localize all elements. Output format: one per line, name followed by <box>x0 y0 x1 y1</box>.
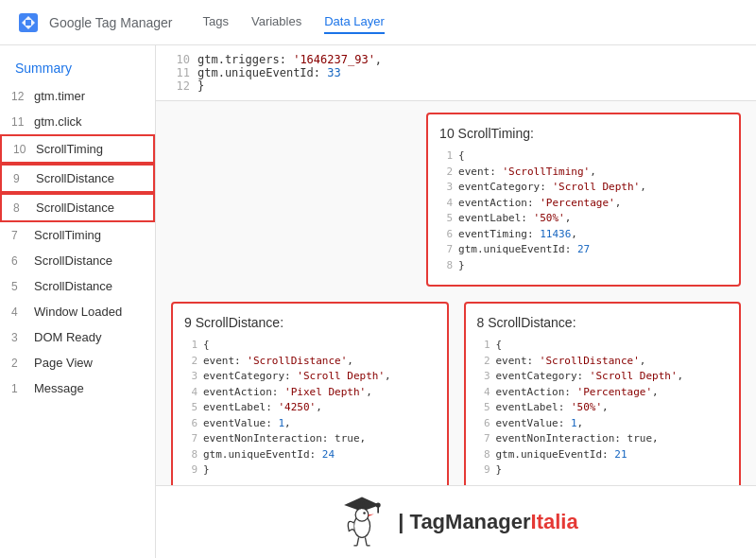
sidebar-item-label: ScrollTiming <box>36 142 103 156</box>
sidebar-item-label: Window Loaded <box>34 305 122 319</box>
sidebar-item-scroll-timing-7[interactable]: 7 ScrollTiming <box>0 222 155 248</box>
code-block-9: 1{ 2event: 'ScrollDistance', 3eventCateg… <box>184 338 436 479</box>
main-layout: Summary 12 gtm.timer 11 gtm.click 10 Scr… <box>0 45 756 558</box>
watermark-text: | TagManagerItalia <box>398 510 577 534</box>
sidebar-item-num: 9 <box>13 172 32 185</box>
sidebar-item-page-view[interactable]: 2 Page View <box>0 350 155 375</box>
watermark: | TagManagerItalia <box>156 485 756 558</box>
sidebar-item-num: 7 <box>11 229 30 242</box>
tab-data-layer[interactable]: Data Layer <box>324 10 385 34</box>
sidebar-item-label: gtm.timer <box>34 89 85 103</box>
svg-line-11 <box>357 537 359 546</box>
sidebar-item-num: 12 <box>11 90 30 103</box>
sidebar-item-scroll-distance-8[interactable]: 8 ScrollDistance <box>0 193 155 222</box>
svg-point-8 <box>355 508 369 521</box>
logo: Google Tag Manager <box>15 9 173 36</box>
sidebar-item-label: ScrollDistance <box>36 171 114 185</box>
svg-rect-2 <box>26 20 31 26</box>
watermark-colored-text: Italia <box>531 510 578 533</box>
sidebar-item-label: Page View <box>34 356 93 370</box>
sidebar-item-label: ScrollTiming <box>34 228 101 242</box>
code-line-11: 11 gtm.uniqueEventId: 33 <box>171 66 741 79</box>
sidebar-item-label: ScrollDistance <box>34 253 112 268</box>
sidebar-item-label: DOM Ready <box>34 330 102 344</box>
sidebar-item-gtm-click[interactable]: 11 gtm.click <box>0 109 155 134</box>
card-title-9: 9 ScrollDistance: <box>184 315 436 330</box>
logo-text: Google Tag Manager <box>49 15 173 30</box>
top-navigation: Google Tag Manager Tags Variables Data L… <box>0 0 756 45</box>
top-code-block: 10 gtm.triggers: '1646237_93', 11 gtm.un… <box>156 45 756 101</box>
code-line-12: 12 } <box>171 79 741 93</box>
sidebar-item-message[interactable]: 1 Message <box>0 375 155 401</box>
sidebar-item-num: 1 <box>11 382 30 395</box>
code-block-10: 1{ 2event: 'ScrollTiming', 3eventCategor… <box>439 148 728 273</box>
sidebar-item-window-loaded[interactable]: 4 Window Loaded <box>0 299 155 324</box>
sidebar: Summary 12 gtm.timer 11 gtm.click 10 Scr… <box>0 45 156 558</box>
tab-variables[interactable]: Variables <box>251 10 301 34</box>
code-block-8: 1{ 2event: 'ScrollDistance', 3eventCateg… <box>477 338 729 479</box>
sidebar-item-num: 8 <box>13 201 32 215</box>
sidebar-item-dom-ready[interactable]: 3 DOM Ready <box>0 324 155 350</box>
sidebar-item-gtm-timer[interactable]: 12 gtm.timer <box>0 83 155 109</box>
sidebar-item-scroll-distance-5[interactable]: 5 ScrollDistance <box>0 273 155 299</box>
card-scroll-timing-10: 10 ScrollTiming: 1{ 2event: 'ScrollTimin… <box>426 113 741 287</box>
sidebar-item-num: 11 <box>11 115 30 129</box>
sidebar-item-scroll-timing-10[interactable]: 10 ScrollTiming <box>0 134 155 164</box>
svg-line-12 <box>366 537 368 546</box>
sidebar-item-label: ScrollDistance <box>36 201 114 215</box>
sidebar-item-num: 3 <box>11 331 30 344</box>
sidebar-item-label: ScrollDistance <box>34 279 112 293</box>
tab-tags[interactable]: Tags <box>203 10 229 34</box>
card-scroll-distance-8: 8 ScrollDistance: 1{ 2event: 'ScrollDist… <box>464 302 742 485</box>
sidebar-item-num: 5 <box>11 280 30 293</box>
sidebar-item-num: 2 <box>11 357 30 370</box>
nav-tabs: Tags Variables Data Layer <box>203 10 385 34</box>
code-line-10: 10 gtm.triggers: '1646237_93', <box>171 53 741 66</box>
card-title-10: 10 ScrollTiming: <box>439 126 728 141</box>
cards-area: 10 ScrollTiming: 1{ 2event: 'ScrollTimin… <box>156 101 756 485</box>
sidebar-item-num: 10 <box>13 143 32 156</box>
cards-row-2: 9 ScrollDistance: 1{ 2event: 'ScrollDist… <box>171 302 741 485</box>
sidebar-summary[interactable]: Summary <box>0 53 155 83</box>
svg-marker-10 <box>369 514 374 516</box>
sidebar-item-label: Message <box>34 381 84 395</box>
sidebar-item-num: 6 <box>11 254 30 268</box>
gtm-logo-icon <box>15 9 42 36</box>
svg-point-9 <box>364 512 367 514</box>
bird-icon <box>334 494 390 550</box>
sidebar-item-scroll-distance-6[interactable]: 6 ScrollDistance <box>0 248 155 273</box>
card-title-8: 8 ScrollDistance: <box>477 315 729 330</box>
content-area: 10 gtm.triggers: '1646237_93', 11 gtm.un… <box>156 45 756 558</box>
sidebar-item-num: 4 <box>11 305 30 319</box>
card-scroll-distance-9: 9 ScrollDistance: 1{ 2event: 'ScrollDist… <box>171 302 449 485</box>
cards-row-1: 10 ScrollTiming: 1{ 2event: 'ScrollTimin… <box>171 113 741 287</box>
sidebar-item-label: gtm.click <box>34 114 82 129</box>
sidebar-item-scroll-distance-9[interactable]: 9 ScrollDistance <box>0 164 155 193</box>
